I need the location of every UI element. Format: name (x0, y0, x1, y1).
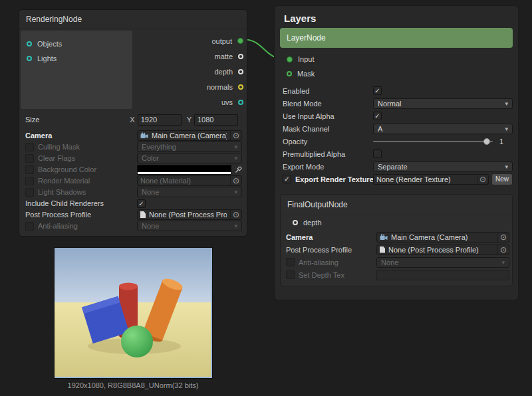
layer-node-header[interactable]: LayerNode (280, 28, 513, 48)
port-input[interactable]: Input (275, 52, 518, 66)
render-material-label: Render Material (38, 177, 90, 185)
port-label: Mask (297, 70, 315, 78)
camera-label: Camera (25, 132, 52, 140)
opacity-slider-handle[interactable] (483, 138, 490, 145)
depth-port-icon[interactable] (293, 220, 298, 225)
output-ports-col: output matte depth normals uvs (134, 29, 247, 110)
post-process-profile-label: Post Process Profile (25, 211, 91, 219)
depth-port-icon[interactable] (238, 69, 243, 74)
export-render-texture-label: Export Render Texture (295, 175, 373, 183)
output-port-icon[interactable] (237, 38, 243, 44)
include-child-renderers-label: Include Child Renderers (25, 199, 104, 207)
preview-caption: 1920x1080, R8G8B8A8_UNorm(32 bits) (19, 381, 247, 389)
uvs-port-icon[interactable] (238, 100, 243, 105)
export-render-texture-checkbox[interactable] (283, 175, 291, 183)
anti-aliasing-override-checkbox[interactable] (25, 222, 34, 231)
final-anti-aliasing-override-checkbox[interactable] (286, 258, 295, 266)
port-mask[interactable]: Mask (275, 66, 518, 81)
port-objects[interactable]: Objects (27, 37, 126, 51)
size-y-input[interactable] (194, 114, 238, 126)
rendering-node-ports: Objects Lights output matte depth (19, 29, 247, 110)
rendering-node-title[interactable]: RenderingNode (19, 10, 247, 29)
opacity-value[interactable]: 1 (499, 138, 513, 146)
opacity-slider[interactable] (373, 136, 493, 147)
objects-port-icon[interactable] (27, 41, 32, 47)
set-depth-tex-field (376, 270, 509, 280)
light-shadows-override-checkbox[interactable] (25, 188, 34, 197)
anti-aliasing-label: Anti-aliasing (38, 222, 78, 230)
row-final-post-process-profile: Post Process Profile None (Post Process … (283, 244, 509, 255)
final-post-process-profile-object-field[interactable]: None (Post Process Profile) ⊙ (376, 245, 509, 255)
post-process-profile-object-field[interactable]: None (Post Process Profile) ⊙ (137, 209, 242, 220)
object-picker-icon[interactable]: ⊙ (230, 210, 241, 219)
object-picker-icon[interactable]: ⊙ (230, 176, 241, 185)
opacity-label: Opacity (283, 138, 307, 146)
camera-object-field[interactable]: Main Camera (Camera) ⊙ (137, 130, 242, 141)
object-picker-icon[interactable]: ⊙ (477, 175, 488, 184)
enabled-checkbox[interactable] (373, 86, 382, 95)
background-color-override-checkbox[interactable] (25, 165, 34, 174)
mask-channel-dropdown[interactable]: A ▾ (373, 124, 513, 134)
port-uvs[interactable]: uvs (134, 94, 247, 110)
row-export-render-texture: Export Render Texture None (Render Textu… (280, 173, 513, 185)
export-mode-dropdown[interactable]: Separate ▾ (373, 161, 513, 172)
row-final-camera: Camera Main Camera (Camera) ⊙ (283, 231, 509, 243)
premultiplied-alpha-checkbox[interactable] (373, 149, 382, 158)
object-picker-icon[interactable]: ⊙ (497, 233, 509, 242)
port-label: normals (207, 83, 233, 91)
mask-port-icon[interactable] (287, 71, 292, 76)
layer-node-ports: Input Mask (275, 48, 518, 84)
chevron-down-icon: ▾ (505, 100, 508, 107)
new-render-texture-button[interactable]: New (491, 173, 513, 185)
rendering-node: RenderingNode Objects Lights output m (19, 9, 247, 237)
final-output-node: FinalOutputNode depth Camera Main Camera… (280, 194, 513, 286)
row-opacity: Opacity 1 (280, 136, 513, 147)
input-port-icon[interactable] (287, 56, 293, 62)
use-input-alpha-label: Use Input Alpha (283, 112, 334, 120)
object-picker-icon[interactable]: ⊙ (497, 245, 509, 254)
eyedropper-icon[interactable] (235, 166, 242, 173)
enabled-label: Enabled (283, 87, 309, 95)
export-render-texture-object-field[interactable]: None (Render Texture) ⊙ (373, 174, 489, 185)
port-output[interactable]: output (134, 33, 247, 49)
final-camera-object-field[interactable]: Main Camera (Camera) ⊙ (376, 232, 509, 243)
culling-mask-override-checkbox[interactable] (25, 143, 34, 151)
port-label: Input (298, 55, 314, 63)
row-blend-mode: Blend Mode Normal ▾ (280, 98, 513, 109)
background-color-label: Background Color (38, 165, 96, 173)
culling-mask-dropdown: Everything ▾ (137, 142, 242, 152)
premultiplied-alpha-label: Premultiplied Alpha (283, 150, 345, 158)
chevron-down-icon: ▾ (234, 155, 237, 161)
y-axis-label: Y (187, 116, 192, 124)
post-process-profile-label: Post Process Profile (286, 246, 352, 254)
row-premultiplied-alpha: Premultiplied Alpha (280, 148, 513, 159)
blend-mode-dropdown[interactable]: Normal ▾ (373, 98, 513, 109)
include-child-renderers-checkbox[interactable] (137, 199, 146, 208)
use-input-alpha-checkbox[interactable] (373, 112, 382, 120)
normals-port-icon[interactable] (238, 84, 243, 90)
set-depth-tex-override-checkbox[interactable] (286, 270, 295, 279)
layers-panel-title: Layers (275, 6, 518, 28)
port-normals[interactable]: normals (134, 79, 247, 94)
background-color-swatch[interactable] (137, 165, 231, 175)
row-render-material: Render Material None (Material) ⊙ (19, 175, 247, 186)
row-camera: Camera Main Camera (Camera) ⊙ (19, 130, 247, 141)
final-anti-aliasing-dropdown: None ▾ (376, 257, 509, 268)
opacity-slider-track[interactable] (373, 141, 493, 142)
size-x-input[interactable] (138, 114, 182, 126)
port-depth-input[interactable]: depth (281, 215, 512, 230)
port-depth[interactable]: depth (134, 64, 247, 79)
port-label: output (211, 37, 232, 45)
port-lights[interactable]: Lights (27, 51, 126, 66)
camera-label: Camera (286, 233, 313, 241)
blend-mode-label: Blend Mode (283, 100, 322, 108)
row-include-child-renderers: Include Child Renderers (19, 198, 247, 209)
lights-port-icon[interactable] (27, 56, 32, 61)
port-matte[interactable]: matte (134, 49, 247, 64)
clear-flags-override-checkbox[interactable] (25, 154, 34, 163)
chevron-down-icon: ▾ (505, 163, 508, 170)
object-picker-icon[interactable]: ⊙ (230, 131, 241, 140)
matte-port-icon[interactable] (238, 54, 243, 59)
render-material-override-checkbox[interactable] (25, 177, 34, 185)
final-output-node-title[interactable]: FinalOutputNode (281, 195, 512, 215)
